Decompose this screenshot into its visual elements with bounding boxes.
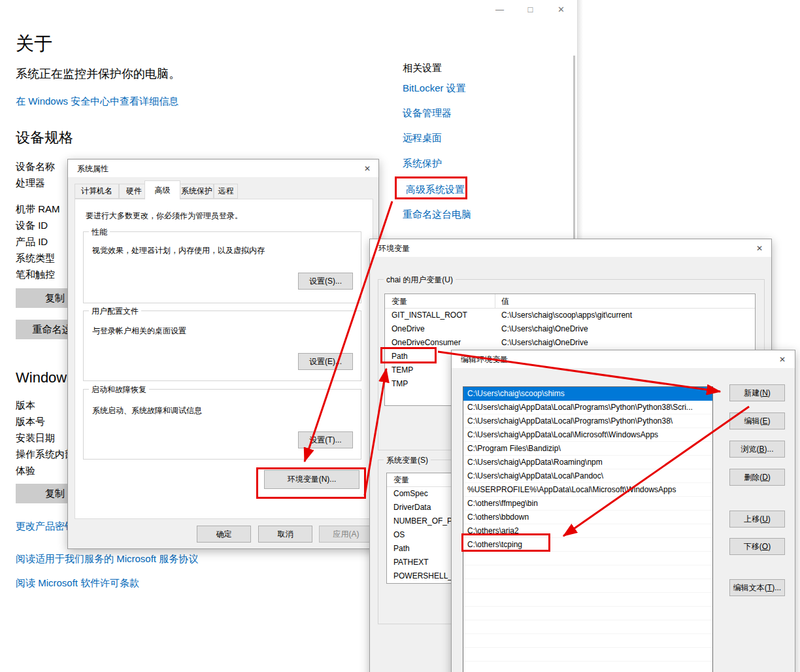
tab-advanced[interactable]: 高级 — [144, 180, 180, 199]
variable-value: C:\Users\chaig\scoop\apps\git\current — [501, 309, 632, 322]
tab-computer-name[interactable]: 计算机名 — [75, 184, 119, 199]
spec-label: 体验 — [16, 465, 35, 477]
empty-row[interactable] — [463, 634, 712, 648]
empty-row[interactable] — [463, 565, 712, 579]
path-item[interactable]: %USERPROFILE%\AppData\Local\Microsoft\Wi… — [463, 483, 712, 497]
path-item-tcping[interactable]: C:\others\tcping — [463, 538, 712, 552]
performance-settings-button[interactable]: 设置(S)... — [298, 273, 353, 290]
empty-row[interactable] — [463, 648, 712, 662]
related-link-advanced-system-settings[interactable]: 高级系统设置 — [406, 184, 465, 196]
maximize-button[interactable]: □ — [515, 0, 546, 18]
related-link-remote-desktop[interactable]: 远程桌面 — [403, 132, 442, 144]
services-agreement-link[interactable]: 阅读适用于我们服务的 Microsoft 服务协议 — [16, 553, 198, 565]
path-item[interactable]: C:\Users\chaig\AppData\Local\Microsoft\W… — [463, 428, 712, 442]
table-row[interactable]: OneDrive C:\Users\chaig\OneDrive — [385, 322, 755, 336]
button-accesskey: O — [762, 542, 768, 551]
column-divider[interactable] — [495, 294, 495, 309]
license-terms-link[interactable]: 阅读 Microsoft 软件许可条款 — [16, 577, 139, 590]
path-item[interactable]: C:\Users\chaig\AppData\Local\Programs\Py… — [463, 401, 712, 414]
empty-row[interactable] — [463, 552, 712, 565]
button-accesskey: T — [767, 583, 772, 592]
group-description: 系统启动、系统故障和调试信息 — [92, 405, 202, 416]
browse-button[interactable]: 浏览(B)... — [729, 441, 785, 458]
empty-row[interactable] — [463, 620, 712, 634]
edit-env-titlebar: 编辑环境变量 ✕ — [452, 350, 795, 368]
security-status-text: 系统正在监控并保护你的电脑。 — [16, 66, 180, 82]
group-label: chai 的用户变量(U) — [384, 275, 456, 286]
path-item[interactable]: C:\Users\chaig\AppData\Local\Programs\Py… — [463, 414, 712, 428]
table-row[interactable]: OneDriveConsumer C:\Users\chaig\OneDrive — [385, 336, 755, 350]
column-header-variable[interactable]: 变量 — [392, 294, 407, 309]
tab-system-protection[interactable]: 系统保护 — [180, 184, 214, 199]
edit-button[interactable]: 编辑(E) — [729, 412, 785, 429]
button-accesskey: N — [762, 388, 768, 397]
spec-label: 设备名称 — [16, 161, 55, 173]
admin-note: 要进行大多数更改，你必须作为管理员登录。 — [86, 210, 242, 222]
user-profiles-settings-button[interactable]: 设置(E)... — [298, 353, 353, 370]
button-accesskey: D — [762, 473, 768, 482]
table-header: 变量 值 — [385, 294, 755, 309]
environment-variables-titlebar: 环境变量 ✕ — [370, 239, 771, 257]
close-icon[interactable]: ✕ — [361, 163, 373, 175]
related-link-bitlocker[interactable]: BitLocker 设置 — [403, 82, 466, 95]
variable-value: C:\Users\chaig\OneDrive — [501, 336, 588, 350]
device-spec-heading: 设备规格 — [16, 128, 73, 148]
minimize-button[interactable]: — — [484, 0, 515, 18]
system-properties-titlebar: 系统属性 ✕ — [68, 160, 378, 177]
path-item[interactable]: C:\Users\chaig\scoop\shims — [463, 387, 712, 401]
ok-button[interactable]: 确定 — [197, 526, 251, 543]
delete-button[interactable]: 删除(D) — [729, 469, 785, 486]
path-item[interactable]: C:\others\ffmpeg\bin — [463, 497, 712, 511]
user-profiles-group: 用户配置文件 与登录帐户相关的桌面设置 设置(E)... — [83, 311, 361, 381]
variable-name: Path — [392, 350, 408, 363]
minimize-icon: — — [495, 5, 504, 14]
variable-name: PATHEXT — [393, 556, 429, 569]
path-item[interactable]: C:\Program Files\Bandizip\ — [463, 442, 712, 456]
group-label: 性能 — [89, 227, 110, 238]
startup-recovery-settings-button[interactable]: 设置(T)... — [298, 431, 353, 448]
table-row[interactable]: GIT_INSTALL_ROOT C:\Users\chaig\scoop\ap… — [385, 309, 755, 322]
path-item[interactable]: C:\others\aria2 — [463, 524, 712, 538]
path-item[interactable]: C:\Users\chaig\AppData\Local\Pandoc\ — [463, 469, 712, 483]
environment-variables-button[interactable]: 环境变量(N)... — [264, 470, 359, 489]
column-header-variable[interactable]: 变量 — [393, 473, 409, 487]
related-link-rename-pc[interactable]: 重命名这台电脑 — [403, 209, 471, 221]
variable-name: TEMP — [392, 363, 413, 377]
settings-scrollbar[interactable] — [573, 56, 575, 239]
system-properties-dialog: 系统属性 ✕ 计算机名 硬件 高级 系统保护 远程 要进行大多数更改，你必须作为… — [67, 159, 379, 549]
maximize-icon: □ — [528, 5, 533, 14]
empty-row[interactable] — [463, 593, 712, 607]
dialog-title: 编辑环境变量 — [461, 354, 508, 365]
related-link-device-manager[interactable]: 设备管理器 — [403, 107, 452, 120]
empty-row[interactable] — [463, 662, 712, 672]
apply-button: 应用(A) — [319, 526, 373, 543]
close-button[interactable]: ✕ — [546, 0, 576, 18]
move-down-button[interactable]: 下移(O) — [729, 538, 785, 555]
security-center-link[interactable]: 在 Windows 安全中心中查看详细信息 — [16, 95, 178, 108]
empty-row[interactable] — [463, 607, 712, 620]
related-link-system-protection[interactable]: 系统保护 — [403, 158, 442, 170]
close-icon[interactable]: ✕ — [754, 243, 765, 254]
variable-name: ComSpec — [393, 487, 428, 501]
variable-name: OneDriveConsumer — [392, 336, 461, 350]
path-item[interactable]: C:\others\bbdown — [463, 511, 712, 524]
edit-environment-variable-dialog: 编辑环境变量 ✕ C:\Users\chaig\scoop\shims C:\U… — [451, 350, 795, 672]
empty-row[interactable] — [463, 579, 712, 593]
tab-remote[interactable]: 远程 — [214, 184, 238, 199]
change-product-key-link[interactable]: 更改产品密钥 — [16, 520, 75, 533]
spec-label: 版本号 — [16, 416, 45, 428]
button-label: )... — [772, 583, 781, 592]
spec-label: 笔和触控 — [16, 269, 55, 281]
edit-text-button[interactable]: 编辑文本(T)... — [729, 579, 785, 596]
path-item[interactable]: C:\Users\chaig\AppData\Roaming\npm — [463, 456, 712, 469]
button-label: ) — [768, 514, 771, 524]
spec-label: 系统类型 — [16, 252, 55, 265]
variable-name: TMP — [392, 377, 408, 391]
new-button[interactable]: 新建(N) — [729, 384, 785, 401]
close-icon[interactable]: ✕ — [776, 354, 788, 365]
cancel-button[interactable]: 取消 — [258, 526, 312, 543]
variable-value: C:\Users\chaig\OneDrive — [501, 322, 588, 336]
spec-label: 设备 ID — [16, 220, 48, 232]
move-up-button[interactable]: 上移(U) — [729, 511, 785, 528]
column-header-value[interactable]: 值 — [501, 294, 509, 309]
